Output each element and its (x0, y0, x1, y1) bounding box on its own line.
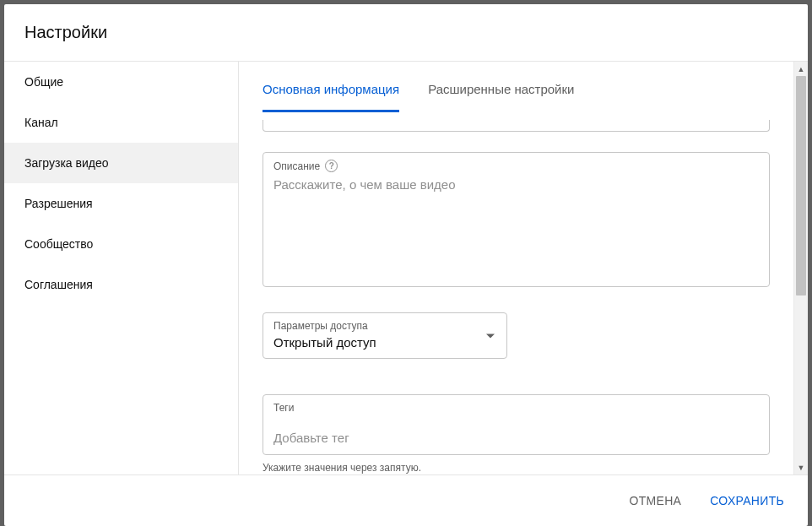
sidebar-item-agreements[interactable]: Соглашения (4, 264, 238, 305)
tags-field: Теги Укажите значения через запятую. (263, 394, 770, 474)
help-icon[interactable]: ? (325, 160, 338, 172)
visibility-select[interactable]: Параметры доступа Открытый доступ (263, 312, 507, 359)
description-label: Описание ? (273, 160, 759, 172)
scroll-up-icon[interactable]: ▲ (794, 62, 808, 76)
content-wrap: Основная информация Расширенные настройк… (239, 62, 808, 474)
title-field-stub[interactable] (263, 120, 770, 132)
dialog-body: Общие Канал Загрузка видео Разрешения Со… (4, 62, 808, 474)
tabs: Основная информация Расширенные настройк… (263, 62, 770, 113)
scroll-down-icon[interactable]: ▼ (794, 460, 808, 474)
settings-dialog: Настройки Общие Канал Загрузка видео Раз… (4, 4, 808, 526)
tab-basic-info[interactable]: Основная информация (263, 82, 399, 112)
scrollbar[interactable]: ▲ ▼ (793, 62, 808, 474)
dialog-footer: ОТМЕНА СОХРАНИТЬ (4, 474, 808, 526)
visibility-value: Открытый доступ (273, 335, 496, 350)
tags-label: Теги (273, 402, 759, 414)
chevron-down-icon (486, 333, 495, 338)
sidebar-item-channel[interactable]: Канал (4, 102, 238, 143)
dialog-title: Настройки (24, 23, 788, 42)
sidebar-item-community[interactable]: Сообщество (4, 224, 238, 264)
tags-input-wrap[interactable]: Теги (263, 394, 770, 455)
cancel-button[interactable]: ОТМЕНА (626, 487, 685, 514)
description-field[interactable]: Описание ? (263, 152, 770, 287)
sidebar-item-general[interactable]: Общие (4, 62, 238, 102)
tags-hint: Укажите значения через запятую. (263, 462, 770, 474)
description-label-text: Описание (273, 160, 320, 172)
tab-advanced-settings[interactable]: Расширенные настройки (428, 82, 574, 112)
sidebar-item-permissions[interactable]: Разрешения (4, 183, 238, 224)
description-textarea[interactable] (273, 177, 759, 263)
sidebar: Общие Канал Загрузка видео Разрешения Со… (4, 62, 239, 474)
visibility-label: Параметры доступа (273, 320, 496, 332)
tags-input[interactable] (273, 431, 759, 445)
content: Основная информация Расширенные настройк… (239, 62, 793, 474)
save-button[interactable]: СОХРАНИТЬ (706, 487, 788, 514)
scrollbar-thumb[interactable] (796, 76, 806, 296)
dialog-header: Настройки (4, 4, 808, 62)
sidebar-item-upload-video[interactable]: Загрузка видео (4, 143, 238, 183)
